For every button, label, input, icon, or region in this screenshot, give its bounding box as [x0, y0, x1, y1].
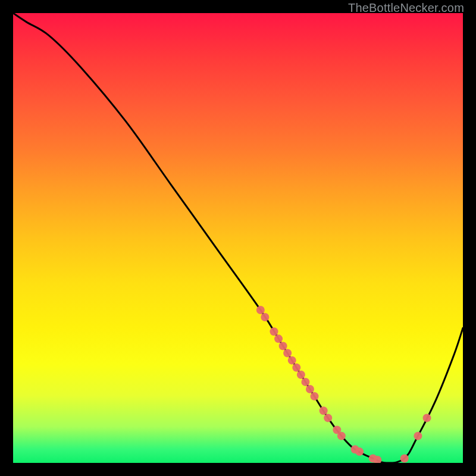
- chart-container: TheBottleNecker.com: [0, 0, 476, 476]
- gradient-background: [13, 13, 463, 463]
- watermark-text: TheBottleNecker.com: [348, 1, 464, 15]
